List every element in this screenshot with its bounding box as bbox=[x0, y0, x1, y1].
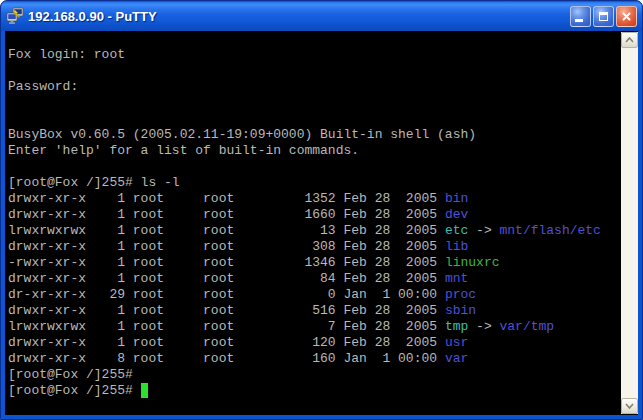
terminal-screen[interactable]: Fox login: rootPassword:BusyBox v0.60.5 … bbox=[5, 31, 638, 415]
terminal-line bbox=[8, 159, 601, 175]
terminal-line: drwxr-xr-x 1 root root 1352 Feb 28 2005 … bbox=[8, 191, 601, 207]
terminal-line: drwxr-xr-x 1 root root 120 Feb 28 2005 u… bbox=[8, 335, 601, 351]
terminal-line: lrwxrwxrwx 1 root root 7 Feb 28 2005 tmp… bbox=[8, 319, 601, 335]
terminal-line bbox=[8, 63, 601, 79]
minimize-button[interactable] bbox=[570, 6, 591, 27]
terminal-line: Enter 'help' for a list of built-in comm… bbox=[8, 143, 601, 159]
terminal-scrollbar[interactable] bbox=[621, 32, 638, 414]
terminal-line: drwxr-xr-x 1 root root 84 Feb 28 2005 mn… bbox=[8, 271, 601, 287]
scroll-up-button[interactable] bbox=[621, 32, 638, 48]
terminal-line: drwxr-xr-x 1 root root 1660 Feb 28 2005 … bbox=[8, 207, 601, 223]
terminal-line: drwxr-xr-x 8 root root 160 Jan 1 00:00 v… bbox=[8, 351, 601, 367]
terminal-text: Fox login: rootPassword:BusyBox v0.60.5 … bbox=[8, 47, 601, 399]
terminal-line: [root@Fox /]255# bbox=[8, 383, 601, 399]
terminal-line: BusyBox v0.60.5 (2005.02.11-19:09+0000) … bbox=[8, 127, 601, 143]
minimize-icon bbox=[575, 19, 583, 22]
terminal-line: Password: bbox=[8, 79, 601, 95]
close-button[interactable] bbox=[616, 6, 637, 27]
terminal-line: [root@Fox /]255# ls -l bbox=[8, 175, 601, 191]
chevron-down-icon bbox=[625, 403, 634, 409]
window-title: 192.168.0.90 - PuTTY bbox=[28, 9, 570, 24]
terminal-line: Fox login: root bbox=[8, 47, 601, 63]
maximize-icon bbox=[599, 12, 608, 21]
close-icon bbox=[621, 11, 632, 22]
terminal-line: [root@Fox /]255# bbox=[8, 367, 601, 383]
window-controls bbox=[570, 6, 637, 27]
terminal-line bbox=[8, 111, 601, 127]
terminal-line: drwxr-xr-x 1 root root 308 Feb 28 2005 l… bbox=[8, 239, 601, 255]
scrollbar-track[interactable] bbox=[621, 48, 638, 398]
scroll-down-button[interactable] bbox=[621, 398, 638, 414]
putty-window: 192.168.0.90 - PuTTY Fox login: rootPass… bbox=[0, 0, 643, 420]
terminal-line: dr-xr-xr-x 29 root root 0 Jan 1 00:00 pr… bbox=[8, 287, 601, 303]
maximize-button[interactable] bbox=[593, 6, 614, 27]
terminal-line bbox=[8, 95, 601, 111]
putty-terminal-icon[interactable] bbox=[6, 7, 24, 25]
terminal-line: drwxr-xr-x 1 root root 516 Feb 28 2005 s… bbox=[8, 303, 601, 319]
terminal-line: -rwxr-xr-x 1 root root 1346 Feb 28 2005 … bbox=[8, 255, 601, 271]
titlebar[interactable]: 192.168.0.90 - PuTTY bbox=[1, 1, 642, 31]
terminal-line: lrwxrwxrwx 1 root root 13 Feb 28 2005 et… bbox=[8, 223, 601, 239]
terminal-cursor bbox=[141, 383, 149, 398]
chevron-up-icon bbox=[625, 37, 634, 43]
